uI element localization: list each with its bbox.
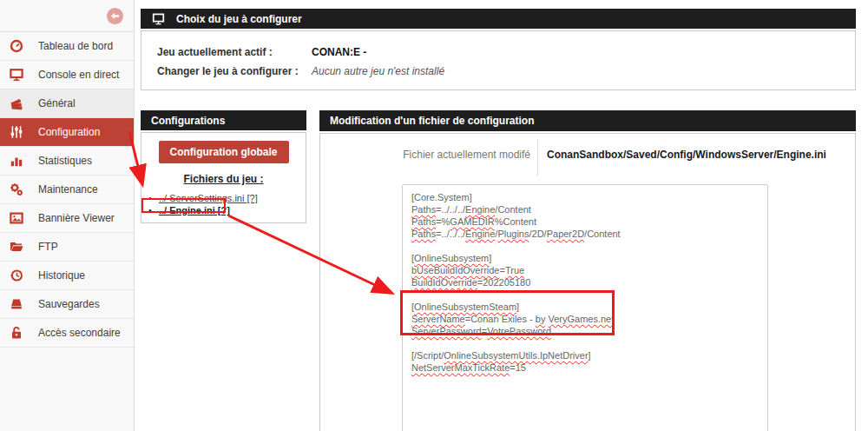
config-line [411,337,759,349]
sidebar-item-label: Accès secondaire [38,327,121,339]
config-line: BuildIdOverride=202205180 [411,276,759,288]
sidebar-item-configuration[interactable]: Configuration [0,118,134,147]
game-files-list: •../ ServerSettings.ini [?] •../ Engine.… [141,192,306,216]
sidebar-item-label: Configuration [38,126,100,138]
sidebar-item-general[interactable]: Général [0,90,134,118]
lock-icon [9,325,24,341]
sidebar-header [0,0,134,32]
sidebar-item-banner-viewer[interactable]: Bannière Viewer [0,204,134,233]
sidebar-item-label: Sauvegardes [38,298,100,310]
sidebar-item-label: Général [38,97,76,109]
global-configuration-button[interactable]: Configuration globale [159,141,289,163]
config-line: bUseBuildIdOverride=True [411,264,759,276]
config-line: Paths=%GAMEDIR%Content [411,216,759,228]
change-game-value: Aucun autre jeu n'est installé [312,65,444,77]
config-file-textarea[interactable]: [Core.System]Paths=../../../Engine/Conte… [402,184,768,431]
config-line: Paths=../../../Engine/Plugins/2D/Paper2D… [411,228,759,240]
sidebar-item-label: Tableau de bord [38,40,113,52]
change-game-row: Changer le jeu à configurer : Aucun autr… [141,62,855,81]
bullet-icon: • [148,192,159,204]
config-line: Paths=../../../Engine/Content [411,203,759,216]
banner-icon [9,210,24,226]
config-line [411,240,759,252]
file-editor-header: Modification d'un fichier de configurati… [319,110,856,131]
file-link-engine[interactable]: •../ Engine.ini [?] [141,204,306,216]
sidebar-item-backups[interactable]: Sauvegardes [0,290,134,319]
sidebar-item-ftp[interactable]: FTP [0,233,134,262]
config-line: [OnlineSubsystemSteam] [411,301,759,313]
file-editor-panel: Modification d'un fichier de configurati… [319,110,856,431]
statistics-icon [9,153,24,169]
sidebar-item-console[interactable]: Console en direct [0,61,134,90]
dashboard-icon [9,38,24,54]
file-link-label: ../ Engine.ini [?] [159,205,230,216]
sidebar-menu: Tableau de bordConsole en directGénéralC… [0,32,134,348]
active-game-row: Jeu actuellement actif : CONAN:E - [141,43,855,62]
maintenance-icon [9,182,24,197]
configuration-icon [9,124,24,140]
sidebar: Tableau de bordConsole en directGénéralC… [0,0,135,431]
tab-divider [537,139,538,176]
file-editor-body: Fichier actuellement modifé ConanSandbox… [319,133,856,431]
config-line [411,288,759,301]
sidebar-item-label: FTP [38,241,58,253]
config-line: ServerName=Conan Exiles - by VeryGames.n… [411,313,759,325]
ftp-icon [9,239,24,255]
sidebar-item-label: Console en direct [38,69,119,81]
server-control-panel: Tableau de bordConsole en directGénéralC… [0,0,868,431]
current-file-path: ConanSandbox/Saved/Config/WindowsServer/… [547,149,826,161]
active-game-label: Jeu actuellement actif : [157,46,312,58]
backup-icon [9,296,24,312]
game-files-heading: Fichiers du jeu : [141,173,306,185]
game-choice-panel: Choix du jeu à configurer Jeu actuelleme… [141,9,856,90]
change-game-label: Changer le jeu à configurer : [157,65,312,77]
config-line: [/Script/OnlineSubsystemUtils.IpNetDrive… [411,349,759,361]
sidebar-item-statistics[interactable]: Statistiques [0,147,134,176]
history-icon [9,268,24,283]
general-icon [9,96,24,111]
config-line: ServerPassword=VotrePassword [411,325,759,337]
config-line: [Core.System] [411,191,759,203]
sidebar-item-label: Historique [38,269,85,282]
configurations-header: Configurations [141,110,306,130]
configurations-panel: Configurations Configuration globale Fic… [141,110,306,223]
file-link-serversettings[interactable]: •../ ServerSettings.ini [?] [141,192,306,204]
bullet-icon: • [148,204,159,216]
sidebar-item-label: Statistiques [38,155,92,167]
file-editor-title: Modification d'un fichier de configurati… [330,115,535,127]
game-choice-title: Choix du jeu à configurer [176,13,302,25]
sidebar-item-maintenance[interactable]: Maintenance [0,176,134,204]
sidebar-item-history[interactable]: Historique [0,262,134,290]
sidebar-item-label: Maintenance [38,183,98,196]
sidebar-item-dashboard[interactable]: Tableau de bord [0,32,134,61]
back-button[interactable] [107,8,123,24]
active-game-value: CONAN:E - [312,46,366,58]
sidebar-item-label: Bannière Viewer [38,212,115,224]
sidebar-item-secondary-access[interactable]: Accès secondaire [0,319,134,348]
game-choice-body: Jeu actuellement actif : CONAN:E - Chang… [141,30,856,90]
config-line: NetServerMaxTickRate=15 [411,361,759,374]
current-file-label: Fichier actuellement modifé [320,149,530,161]
configurations-title: Configurations [151,115,225,127]
config-line: [OnlineSubsystem] [411,252,759,264]
console-icon [9,67,24,83]
file-link-label: ../ ServerSettings.ini [?] [159,193,258,203]
game-choice-header: Choix du jeu à configurer [141,9,856,29]
configurations-body: Configuration globale Fichiers du jeu : … [141,132,306,223]
monitor-icon [151,13,166,25]
back-arrow-icon [111,12,119,20]
